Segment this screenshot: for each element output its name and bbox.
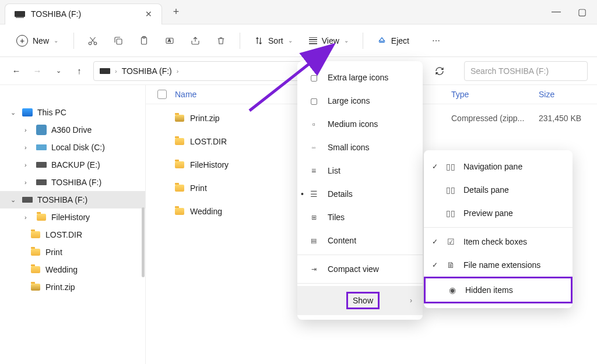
sort-button[interactable]: Sort ⌄	[248, 33, 298, 49]
sidebar-item-backup-e[interactable]: › BACKUP (E:)	[0, 156, 145, 174]
sidebar-item-label: Print.zip	[45, 282, 75, 292]
sidebar-item-label: Print	[45, 248, 62, 257]
rename-button[interactable]: A	[159, 30, 180, 51]
recent-button[interactable]: ⌄	[51, 64, 65, 78]
icon-small-icon: ▫▫	[308, 142, 319, 153]
chevron-down-icon: ⌄	[10, 109, 17, 116]
folder-icon	[175, 161, 184, 168]
folder-icon	[31, 249, 40, 256]
show-submenu: ▯▯Navigation pane ▯▯Details pane ▯▯Previ…	[424, 150, 573, 308]
show-item-checkboxes[interactable]: ☑Item check boxes	[424, 230, 573, 253]
select-all-checkbox[interactable]	[157, 90, 175, 99]
sidebar-item-label: TOSHIBA (F:)	[37, 195, 87, 204]
more-button[interactable]: ⋯	[426, 30, 447, 51]
titlebar: TOSHIBA (F:) ✕ + — ▢	[0, 0, 597, 24]
minimize-button[interactable]: —	[550, 6, 562, 17]
search-input[interactable]: Search TOSHIBA (F:)	[464, 61, 588, 81]
view-item-tiles[interactable]: ⊞Tiles	[297, 206, 423, 229]
zip-icon	[175, 115, 184, 122]
sidebar-item-local-c[interactable]: › Local Disk (C:)	[0, 139, 145, 156]
scrollbar[interactable]	[142, 207, 145, 277]
cut-button[interactable]	[82, 30, 103, 51]
eye-icon: ◉	[447, 284, 458, 296]
copy-button[interactable]	[108, 30, 129, 51]
chevron-right-icon: ›	[177, 68, 179, 75]
svg-rect-2	[117, 39, 122, 44]
folder-icon	[37, 214, 46, 221]
chevron-right-icon: ›	[24, 179, 31, 186]
icon-large-icon: ▢	[308, 95, 319, 107]
folder-icon	[31, 231, 40, 238]
drive-icon	[22, 197, 33, 203]
view-item-show[interactable]: Show ›	[297, 286, 423, 315]
folder-icon	[175, 138, 184, 145]
sidebar-item-printzip[interactable]: Print.zip	[0, 278, 145, 296]
file-type: Compressed (zipp...	[451, 114, 539, 123]
show-item-nav-pane[interactable]: ▯▯Navigation pane	[424, 155, 573, 178]
chevron-down-icon: ⌄	[54, 37, 58, 44]
new-tab-button[interactable]: +	[167, 3, 185, 22]
folder-icon	[175, 208, 184, 215]
refresh-button[interactable]	[429, 61, 450, 81]
sidebar-item-toshiba-f[interactable]: › TOSHIBA (F:)	[0, 174, 145, 191]
sort-icon	[254, 36, 264, 45]
forward-button[interactable]: →	[30, 64, 44, 78]
chevron-down-icon: ⌄	[344, 37, 349, 44]
sidebar-item-a360[interactable]: › A360 Drive	[0, 121, 145, 139]
sidebar-item-lostdir[interactable]: LOST.DIR	[0, 226, 145, 243]
sidebar-item-label: FileHistory	[51, 213, 90, 222]
sidebar: ⌄ This PC › A360 Drive › Local Disk (C:)…	[0, 85, 146, 364]
chevron-right-icon: ›	[24, 144, 31, 151]
plus-icon: +	[16, 35, 28, 47]
view-item-content[interactable]: ▤Content	[297, 229, 423, 252]
tiles-icon: ⊞	[308, 211, 319, 223]
close-tab-icon[interactable]: ✕	[145, 9, 152, 19]
divider	[424, 227, 573, 228]
cloud-drive-icon	[36, 125, 47, 135]
up-button[interactable]: ↑	[72, 64, 86, 78]
zip-icon	[31, 284, 40, 291]
tab[interactable]: TOSHIBA (F:) ✕	[5, 3, 162, 24]
view-button[interactable]: View ⌄	[303, 33, 354, 49]
drive-icon	[100, 68, 110, 74]
compact-icon: ⇥	[308, 263, 319, 275]
show-item-preview-pane[interactable]: ▯▯Preview pane	[424, 202, 573, 225]
preview-pane-icon: ▯▯	[445, 207, 456, 219]
column-type[interactable]: Type	[451, 90, 539, 99]
chevron-right-icon: ›	[24, 126, 31, 133]
divider	[297, 283, 423, 284]
maximize-button[interactable]: ▢	[576, 6, 588, 17]
eject-button[interactable]: Eject	[371, 33, 415, 49]
search-placeholder: Search TOSHIBA (F:)	[470, 66, 549, 76]
drive-icon	[15, 11, 25, 17]
chevron-right-icon: ›	[24, 161, 31, 168]
sidebar-item-this-pc[interactable]: ⌄ This PC	[0, 104, 145, 121]
column-size[interactable]: Size	[539, 90, 597, 99]
view-item-extra-large[interactable]: ▢Extra large icons	[297, 66, 423, 89]
view-item-small[interactable]: ▫▫Small icons	[297, 136, 423, 159]
column-name[interactable]: Name	[175, 90, 303, 99]
show-item-extensions[interactable]: 🗎File name extensions	[424, 253, 573, 277]
annotation-highlight-hidden: Hidden items	[465, 285, 513, 295]
new-button[interactable]: + New ⌄	[9, 31, 65, 50]
show-item-hidden[interactable]: ◉Hidden items	[424, 277, 573, 303]
sidebar-item-wedding[interactable]: Wedding	[0, 261, 145, 278]
show-item-details-pane[interactable]: ▯▯Details pane	[424, 178, 573, 202]
sidebar-item-filehistory[interactable]: › FileHistory	[0, 208, 145, 226]
paste-button[interactable]	[134, 30, 154, 51]
view-item-compact[interactable]: ⇥Compact view	[297, 257, 423, 281]
tab-title: TOSHIBA (F:)	[31, 9, 81, 19]
view-item-large[interactable]: ▢Large icons	[297, 89, 423, 112]
view-item-medium[interactable]: ▫Medium icons	[297, 112, 423, 136]
sidebar-item-toshiba-f-current[interactable]: ⌄ TOSHIBA (F:)	[0, 191, 145, 208]
divider	[73, 33, 74, 49]
view-item-details[interactable]: ☰Details	[297, 182, 423, 206]
sidebar-item-print[interactable]: Print	[0, 243, 145, 261]
delete-button[interactable]	[210, 30, 231, 51]
annotation-highlight-show: Show	[346, 292, 380, 309]
share-button[interactable]	[185, 30, 206, 51]
drive-icon	[36, 144, 47, 150]
view-item-list[interactable]: ≡List	[297, 159, 423, 182]
sort-label: Sort	[268, 36, 283, 45]
back-button[interactable]: ←	[9, 64, 23, 78]
